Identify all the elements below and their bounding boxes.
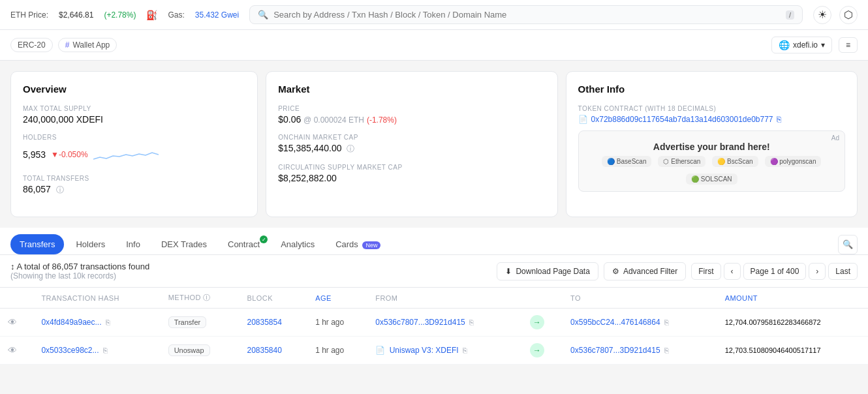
ad-logo-basescan: 🔵 BaseScan — [602, 156, 651, 167]
first-btn[interactable]: First — [691, 263, 721, 280]
download-btn[interactable]: ⬇ Download Page Data — [497, 262, 598, 280]
erc20-label: ERC-20 — [18, 40, 46, 50]
filter-icon: ⚙ — [612, 267, 619, 276]
eth-price-change: (+2.78%) — [104, 10, 136, 20]
topbar: ETH Price: $2,646.81 (+2.78%) ⛽ Gas: 35.… — [0, 0, 868, 30]
search-bar[interactable]: 🔍 / — [249, 5, 803, 24]
search-icon: 🔍 — [258, 10, 268, 20]
gas-icon: ⛽ — [146, 10, 157, 20]
tab-analytics[interactable]: Analytics — [271, 234, 324, 254]
tab-contract[interactable]: Contract ✓ — [219, 234, 269, 254]
table-search-btn[interactable]: 🔍 — [838, 235, 858, 254]
row-method-2: Unoswap — [161, 337, 240, 365]
market-title: Market — [278, 83, 545, 95]
col-from: From — [367, 288, 522, 309]
wallet-badge[interactable]: # Wallet App — [58, 38, 117, 52]
ad-box: Ad Advertise your brand here! 🔵 BaseScan… — [578, 130, 845, 192]
erc20-badge[interactable]: ERC-20 — [10, 38, 53, 52]
tx-hash-link-2[interactable]: 0x5033ce98c2... — [41, 346, 99, 355]
download-label: Download Page Data — [516, 267, 589, 276]
list-view-btn[interactable]: ≡ — [839, 37, 858, 53]
gas-value: 35.432 Gwei — [195, 10, 239, 20]
xdefi-label: xdefi.io — [793, 40, 818, 50]
last-btn[interactable]: Last — [828, 263, 858, 280]
price-eth: @ 0.000024 ETH — [303, 115, 364, 125]
table-row: 👁 0x4fd849a9aec... ⎘ Transfer 20835854 1… — [0, 309, 868, 337]
prev-btn[interactable]: ‹ — [724, 263, 741, 280]
amount-value-2: 12,703.510809046400517117 — [725, 346, 821, 354]
contract-file-icon: 📄 — [578, 115, 588, 124]
pagination: First ‹ Page 1 of 400 › Last — [691, 263, 858, 280]
row-block-2: 20835840 — [239, 337, 307, 365]
ad-logos: 🔵 BaseScan ⬡ Etherscan 🟡 BscScan 🟣 polyg… — [585, 156, 838, 185]
to-address-2[interactable]: 0x536c7807...3D921d415 — [570, 346, 660, 355]
row-age-2: 1 hr ago — [307, 337, 367, 365]
tab-holders[interactable]: Holders — [67, 234, 114, 254]
eth-info: ETH Price: $2,646.81 (+2.78%) ⛽ Gas: 35.… — [10, 10, 239, 20]
filter-btn[interactable]: ⚙ Advanced Filter — [604, 262, 686, 280]
holders-mini-chart — [93, 143, 159, 166]
row-eye-2[interactable]: 👁 — [0, 337, 33, 365]
row-hash-1: 0x4fd849a9aec... ⎘ — [33, 309, 160, 337]
ad-logo-bscscan: 🟡 BscScan — [712, 156, 758, 167]
eth-network-icon[interactable]: ⬡ — [839, 6, 858, 24]
tab-dex-trades[interactable]: DEX Trades — [152, 234, 216, 254]
row-hash-2: 0x5033ce98c2... ⎘ — [33, 337, 160, 365]
cards-new-badge: New — [362, 241, 380, 249]
xdefi-link[interactable]: 🌐 xdefi.io ▾ — [771, 37, 832, 53]
eth-price: $2,646.81 — [59, 10, 93, 20]
circulating-cap-value: $8,252,882.00 — [278, 173, 545, 183]
col-age: Age — [307, 288, 367, 309]
tab-transfers[interactable]: Transfers — [10, 234, 64, 254]
age-text-1: 1 hr ago — [315, 318, 344, 327]
amount-value-1: 12,704.007958162283466872 — [725, 318, 821, 326]
arrow-icon-1: → — [530, 315, 544, 329]
search-input[interactable] — [273, 10, 781, 20]
table-row: 👁 0x5033ce98c2... ⎘ Unoswap 20835840 1 h… — [0, 337, 868, 365]
copy-hash-2[interactable]: ⎘ — [103, 346, 108, 354]
holders-value: 5,953 — [23, 149, 46, 160]
onchain-cap-info-icon: ⓘ — [347, 144, 354, 153]
holders-change: ▼-0.050% — [51, 150, 88, 159]
theme-toggle[interactable]: ☀ — [813, 6, 831, 24]
download-icon: ⬇ — [505, 267, 512, 276]
tx-hash-link-1[interactable]: 0x4fd849a9aec... — [41, 318, 101, 327]
eth-price-label: ETH Price: — [10, 10, 48, 20]
copy-to-2[interactable]: ⎘ — [664, 346, 669, 354]
copy-from-2[interactable]: ⎘ — [463, 346, 467, 354]
ad-label: Ad — [831, 134, 839, 142]
col-arrow — [522, 288, 563, 309]
tab-cards[interactable]: Cards New — [326, 234, 390, 254]
filter-label: Advanced Filter — [623, 267, 677, 276]
arrow-icon-2: → — [530, 343, 544, 357]
next-btn[interactable]: › — [809, 263, 826, 280]
transactions-table: Transaction Hash Method ⓘ Block Age From… — [0, 288, 868, 365]
tabs-bar: Transfers Holders Info DEX Trades Contra… — [0, 228, 868, 255]
row-eye[interactable]: 👁 — [0, 309, 33, 337]
price-value: $0.06 @ 0.000024 ETH (-1.78%) — [278, 114, 545, 125]
subheader-right: 🌐 xdefi.io ▾ ≡ — [771, 37, 858, 53]
contract-copy-icon[interactable]: ⎘ — [777, 115, 781, 124]
topbar-icons: ☀ ⬡ — [813, 6, 858, 24]
col-eye — [0, 288, 33, 309]
row-arrow-2: → — [522, 337, 563, 365]
overview-card: Overview MAX TOTAL SUPPLY 240,000,000 XD… — [10, 71, 258, 217]
block-link-2[interactable]: 20835840 — [247, 346, 281, 355]
contract-address[interactable]: 📄 0x72b886d09c117654ab7da13a14d603001de0… — [578, 115, 845, 124]
other-info-card: Other Info TOKEN CONTRACT (WITH 18 DECIM… — [566, 71, 858, 217]
col-amount: Amount — [717, 288, 868, 309]
from-address-1[interactable]: 0x536c7807...3D921d415 — [375, 318, 465, 327]
tab-info[interactable]: Info — [117, 234, 149, 254]
table-actions: ⬇ Download Page Data ⚙ Advanced Filter F… — [497, 262, 858, 280]
from-address-2[interactable]: Uniswap V3: XDEFI — [390, 346, 459, 355]
copy-hash-1[interactable]: ⎘ — [106, 318, 110, 326]
ad-logo-polygonscan: 🟣 polygonscan — [765, 156, 822, 167]
block-link-1[interactable]: 20835854 — [247, 318, 281, 327]
row-block-1: 20835854 — [239, 309, 307, 337]
row-from-2: 📄 Uniswap V3: XDEFI ⎘ — [367, 337, 522, 365]
copy-from-1[interactable]: ⎘ — [469, 318, 474, 326]
wallet-label: Wallet App — [72, 40, 110, 50]
to-address-1[interactable]: 0x595bcC24...476146864 — [570, 318, 660, 327]
total-label: ↕ A total of 86,057 transactions found — [10, 262, 149, 271]
copy-to-1[interactable]: ⎘ — [664, 318, 669, 326]
